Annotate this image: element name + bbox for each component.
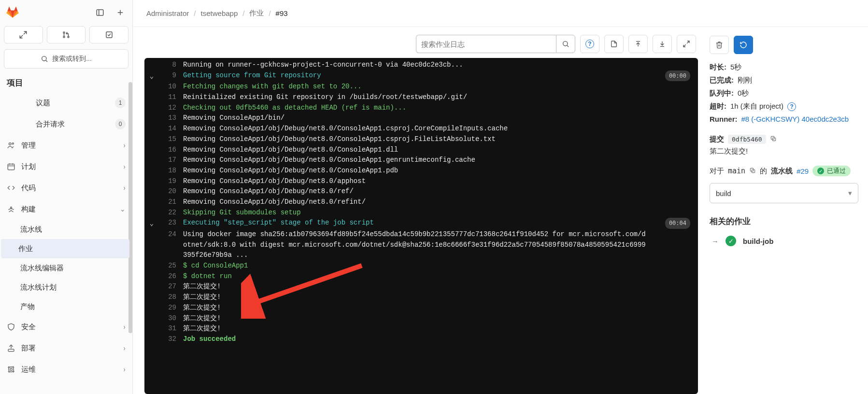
sidebar-item[interactable]: 计划›	[0, 156, 132, 177]
retry-job-button[interactable]	[734, 36, 753, 54]
sidebar-subitem[interactable]: 流水线编辑器	[0, 258, 132, 278]
panel-icon[interactable]	[92, 5, 108, 20]
svg-line-9	[46, 60, 47, 62]
timeout-value: 1h (来自 project)	[730, 102, 783, 111]
log-line: 10Fetching changes with git depth set to…	[144, 82, 698, 92]
log-line: 8Running on runner--gckhcsw-project-1-co…	[144, 60, 698, 70]
sidebar-item-label: 合并请求	[36, 120, 109, 129]
status-success-icon: ✓	[726, 236, 736, 246]
svg-point-18	[10, 368, 13, 371]
sidebar-item[interactable]: 构建⌄	[0, 198, 132, 220]
fullscreen-button[interactable]	[677, 35, 696, 53]
pipeline-link[interactable]: #29	[797, 167, 809, 175]
log-line: 17Removing ConsoleApp1/obj/Debug/net8.0/…	[144, 155, 698, 166]
chevron-right-icon: ›	[123, 184, 126, 192]
log-text: Removing ConsoleApp1/obj/Debug/net8.0/ap…	[183, 176, 691, 187]
document-icon	[610, 40, 618, 48]
log-search-input[interactable]	[416, 35, 556, 53]
chevron-right-icon: ›	[123, 344, 126, 352]
svg-point-16	[11, 207, 12, 209]
log-toolbar: ?	[144, 32, 700, 58]
project-section-title: 项目	[0, 72, 132, 92]
line-number: 21	[159, 197, 183, 208]
stage-select[interactable]: build ▾	[710, 183, 858, 203]
runner-link[interactable]: #8 (-GcKHCSWY) 40ec0dc2e3cb	[741, 115, 849, 123]
issues-shortcut-button[interactable]	[4, 26, 43, 43]
sidebar-item[interactable]: 运维›	[0, 359, 132, 380]
svg-point-11	[12, 143, 14, 144]
sidebar-item-label: 流水线编辑器	[20, 264, 126, 273]
breadcrumb-current: #93	[276, 9, 288, 17]
help-button[interactable]: ?	[580, 35, 599, 53]
log-line: 32Job succeeded	[144, 334, 698, 345]
line-number: 12	[159, 103, 183, 113]
log-line: 12Checking out 0dfb5460 as detached HEAD…	[144, 103, 698, 113]
erase-job-button[interactable]	[710, 36, 729, 54]
line-number: 31	[159, 324, 183, 334]
queue-value: 0秒	[738, 89, 749, 98]
sidebar-item[interactable]: 安全›	[0, 316, 132, 338]
log-line: 14Removing ConsoleApp1/obj/Debug/net8.0/…	[144, 124, 698, 134]
line-number: 22	[159, 208, 183, 218]
log-text: 第二次提交!	[183, 281, 691, 292]
line-number: 25	[159, 261, 183, 271]
question-icon[interactable]: ?	[787, 102, 796, 111]
log-line: ⌄23Executing "step_script" stage of the …	[144, 218, 698, 229]
svg-point-4	[63, 32, 65, 33]
log-text: Fetching changes with git depth set to 2…	[183, 82, 691, 92]
time-badge: 00:04	[665, 218, 690, 229]
line-number: 18	[159, 166, 183, 176]
pipeline-status-pill: ✓已通过	[812, 166, 851, 176]
sidebar-item[interactable]: 管理›	[0, 135, 132, 156]
sidebar-subitem[interactable]: 流水线计划	[0, 278, 132, 297]
timeout-label: 超时:	[710, 102, 726, 111]
sidebar-item[interactable]: 代码›	[0, 177, 132, 198]
scroll-bottom-button[interactable]	[653, 35, 672, 53]
job-sidebar: 时长:5秒 已完成:刚刚 队列中:0秒 超时:1h (来自 project) ?…	[708, 32, 862, 394]
breadcrumb-project[interactable]: tsetwebapp	[201, 9, 238, 17]
line-number: 11	[159, 92, 183, 103]
log-line: 22Skipping Git submodules setup	[144, 208, 698, 218]
scroll-top-button[interactable]	[628, 35, 648, 53]
gitlab-logo-icon[interactable]	[6, 5, 19, 20]
search-label: 搜索或转到...	[52, 55, 92, 63]
related-job-item[interactable]: → ✓ build-job	[710, 232, 858, 250]
todos-shortcut-button[interactable]	[89, 26, 128, 43]
line-number: 15	[159, 134, 183, 145]
copy-icon[interactable]	[770, 135, 777, 143]
arrow-right-icon: →	[711, 237, 719, 245]
plus-icon[interactable]	[112, 5, 128, 20]
line-number: 9	[159, 70, 183, 81]
line-number: 26	[159, 271, 183, 282]
log-text: 第二次提交!	[183, 303, 691, 313]
pipeline-prefix: 对于	[710, 167, 724, 176]
log-search-button[interactable]	[556, 35, 575, 53]
log-text: Removing ConsoleApp1/obj/Debug/net8.0/Co…	[183, 166, 691, 176]
collapse-caret-icon[interactable]: ⌄	[150, 219, 154, 229]
chevron-down-icon: ▾	[848, 189, 852, 197]
log-line: 18Removing ConsoleApp1/obj/Debug/net8.0/…	[144, 166, 698, 176]
chevron-down-icon: ⌄	[120, 205, 126, 213]
sidebar-subitem[interactable]: 作业	[1, 239, 129, 258]
raw-log-button[interactable]	[604, 35, 624, 53]
search-or-goto-button[interactable]: 搜索或转到...	[4, 49, 128, 69]
sidebar-item[interactable]: 议题1	[0, 92, 132, 113]
sidebar-subitem[interactable]: 流水线	[0, 220, 132, 239]
sidebar-item[interactable]: 合并请求0	[0, 113, 132, 135]
breadcrumb-jobs[interactable]: 作业	[249, 9, 264, 18]
sidebar-nav: 议题1合并请求0管理›计划›代码›构建⌄流水线作业流水线编辑器流水线计划产物安全…	[0, 92, 132, 394]
log-text: 第二次提交!	[183, 292, 691, 303]
log-text: Executing "step_script" stage of the job…	[183, 218, 691, 228]
job-log-terminal[interactable]: 8Running on runner--gckhcsw-project-1-co…	[144, 58, 698, 394]
breadcrumb-admin[interactable]: Administrator	[146, 9, 189, 17]
sidebar-item[interactable]: 部署›	[0, 338, 132, 359]
merge-requests-shortcut-button[interactable]	[47, 26, 86, 43]
copy-branch-icon[interactable]	[749, 167, 756, 175]
queue-label: 队列中:	[710, 89, 734, 98]
collapse-caret-icon[interactable]: ⌄	[150, 71, 154, 82]
sidebar-item-label: 代码	[21, 183, 117, 193]
time-badge: 00:00	[665, 70, 690, 82]
sidebar-subitem[interactable]: 产物	[0, 297, 132, 316]
commit-sha[interactable]: 0dfb5460	[728, 135, 766, 144]
log-line: ⌄9Getting source from Git repository00:0…	[144, 70, 698, 82]
